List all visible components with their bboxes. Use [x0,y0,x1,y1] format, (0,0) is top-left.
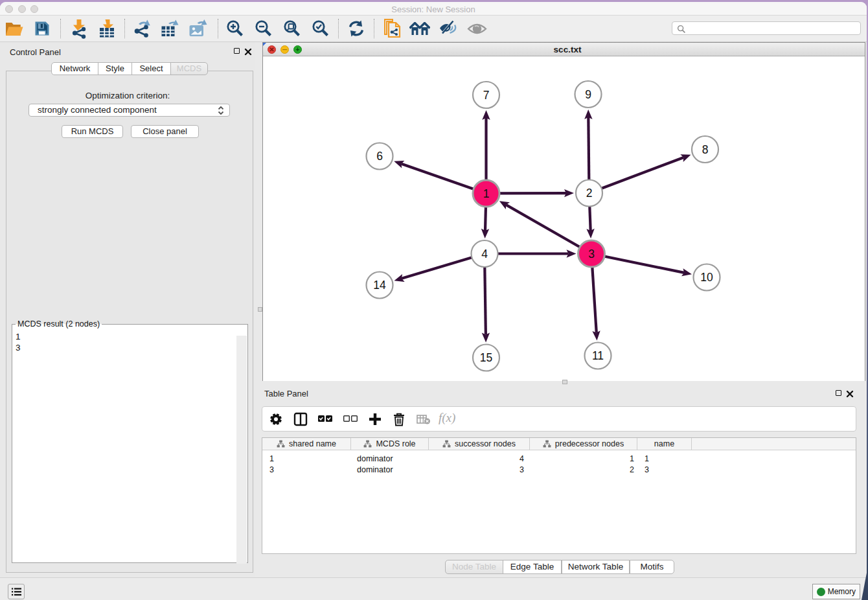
svg-text:2: 2 [586,187,593,200]
svg-text:8: 8 [702,143,709,156]
svg-text:9: 9 [585,88,591,101]
svg-text:1: 1 [483,187,490,200]
svg-text:14: 14 [373,279,386,292]
svg-text:15: 15 [480,351,492,364]
svg-text:3: 3 [588,248,595,260]
svg-text:6: 6 [376,150,383,163]
svg-text:4: 4 [481,248,488,260]
svg-text:11: 11 [592,349,604,362]
svg-text:7: 7 [483,89,490,102]
svg-text:10: 10 [700,271,713,284]
